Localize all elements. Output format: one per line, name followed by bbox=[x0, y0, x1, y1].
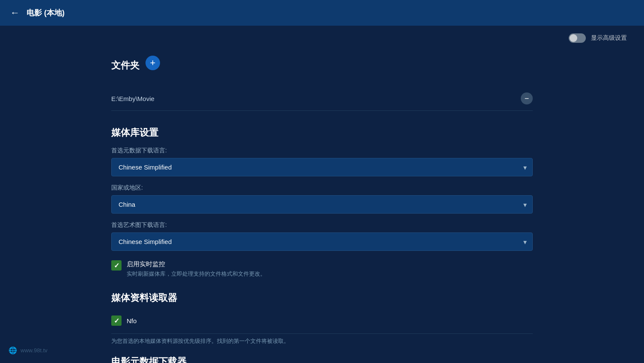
nfo-label: Nfo bbox=[127, 317, 137, 324]
back-button[interactable]: ← bbox=[10, 7, 20, 18]
realtime-monitor-main-label: 启用实时监控 bbox=[127, 260, 266, 268]
add-folder-button[interactable]: + bbox=[145, 56, 160, 70]
folder-section-header: 文件夹 + bbox=[111, 47, 533, 79]
page-title: 电影 (本地) bbox=[27, 8, 65, 18]
realtime-monitor-checkbox[interactable]: ✓ bbox=[111, 260, 122, 271]
folders-title: 文件夹 bbox=[111, 59, 139, 72]
advanced-settings-label: 显示高级设置 bbox=[591, 34, 627, 42]
folder-path: E:\Emby\Movie bbox=[111, 95, 154, 102]
metadata-language-label: 首选元数据下载语言: bbox=[111, 147, 533, 155]
realtime-monitor-row: ✓ 启用实时监控 实时刷新媒体库，立即处理支持的文件格式和文件更改。 bbox=[111, 260, 533, 278]
check-mark-icon: ✓ bbox=[114, 262, 119, 270]
media-reader-title: 媒体资料读取器 bbox=[111, 292, 533, 304]
country-label: 国家或地区: bbox=[111, 184, 533, 192]
nfo-check-mark-icon: ✓ bbox=[114, 317, 119, 325]
nfo-row: ✓ Nfo bbox=[111, 311, 533, 330]
country-select-wrapper: China United States Japan Korea ▾ bbox=[111, 195, 533, 214]
globe-icon: 🌐 bbox=[9, 346, 17, 354]
advanced-settings-row: 显示高级设置 bbox=[0, 26, 644, 47]
watermark-url: www.98t.tv bbox=[21, 347, 47, 354]
realtime-monitor-sub-label: 实时刷新媒体库，立即处理支持的文件格式和文件更改。 bbox=[127, 270, 266, 278]
metadata-language-select-wrapper: Chinese Simplified English Chinese Tradi… bbox=[111, 158, 533, 176]
media-reader-info: 为您首选的本地媒体资料源按优先级排序。找到的第一个文件将被读取。 bbox=[111, 337, 533, 350]
realtime-monitor-labels: 启用实时监控 实时刷新媒体库，立即处理支持的文件格式和文件更改。 bbox=[127, 260, 266, 278]
artwork-language-select[interactable]: Chinese Simplified English Chinese Tradi… bbox=[111, 232, 533, 251]
nfo-divider bbox=[111, 333, 533, 334]
movie-downloader-title: 电影元数据下载器 bbox=[111, 355, 533, 363]
advanced-settings-toggle[interactable] bbox=[569, 33, 586, 43]
library-settings-title: 媒体库设置 bbox=[111, 126, 533, 139]
remove-folder-button[interactable]: − bbox=[521, 92, 533, 104]
artwork-language-label: 首选艺术图下载语言: bbox=[111, 221, 533, 229]
metadata-language-select[interactable]: Chinese Simplified English Chinese Tradi… bbox=[111, 158, 533, 176]
folder-path-row: E:\Emby\Movie − bbox=[111, 86, 533, 111]
toggle-knob bbox=[570, 34, 577, 42]
topbar: ← 电影 (本地) bbox=[0, 0, 644, 26]
main-content: 文件夹 + E:\Emby\Movie − 媒体库设置 首选元数据下载语言: C… bbox=[0, 47, 644, 363]
country-select[interactable]: China United States Japan Korea bbox=[111, 195, 533, 214]
artwork-language-select-wrapper: Chinese Simplified English Chinese Tradi… bbox=[111, 232, 533, 251]
watermark: 🌐 www.98t.tv bbox=[9, 346, 47, 354]
nfo-checkbox[interactable]: ✓ bbox=[111, 315, 122, 326]
